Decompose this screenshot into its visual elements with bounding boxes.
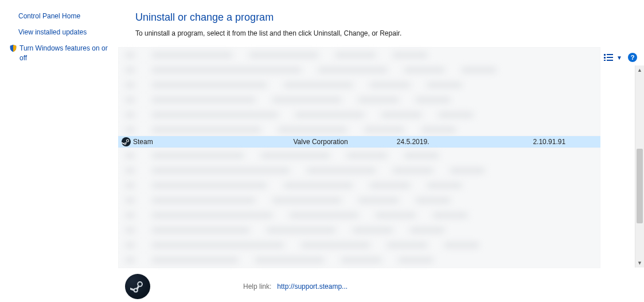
shield-icon bbox=[9, 44, 18, 53]
scroll-thumb[interactable] bbox=[637, 149, 643, 223]
svg-rect-4 bbox=[604, 60, 606, 61]
program-row-steam[interactable]: Steam Valve Corporation 24.5.2019. 2.10.… bbox=[118, 136, 600, 148]
scrollbar[interactable]: ▲ ▼ bbox=[635, 65, 644, 268]
svg-point-6 bbox=[122, 137, 131, 146]
program-name-cell: Steam bbox=[118, 137, 290, 146]
svg-rect-2 bbox=[604, 57, 606, 59]
svg-point-10 bbox=[124, 144, 126, 145]
sidebar-windows-features[interactable]: Turn Windows features on or off bbox=[8, 40, 111, 65]
program-publisher: Valve Corporation bbox=[290, 138, 393, 146]
help-link-value[interactable]: http://support.steamp... bbox=[277, 282, 348, 291]
program-list-area: ▼ ? bbox=[115, 47, 644, 268]
sidebar-control-panel-home[interactable]: Control Panel Home bbox=[8, 8, 111, 24]
svg-point-8 bbox=[127, 140, 128, 142]
svg-point-14 bbox=[135, 289, 137, 291]
page-heading: Uninstall or change a program bbox=[115, 9, 644, 27]
svg-rect-5 bbox=[607, 60, 613, 61]
main-area: Uninstall or change a program To uninsta… bbox=[115, 0, 644, 302]
scroll-down-icon[interactable]: ▼ bbox=[635, 258, 644, 268]
page-subheading: To uninstall a program, select it from t… bbox=[115, 27, 644, 37]
list-icon bbox=[604, 54, 613, 61]
scroll-up-icon[interactable]: ▲ bbox=[635, 65, 644, 75]
details-pane: Help link: http://support.steamp... bbox=[115, 271, 644, 302]
blurred-list-upper bbox=[118, 47, 600, 136]
list-controls: ▼ ? bbox=[604, 53, 637, 62]
svg-point-12 bbox=[138, 282, 142, 286]
program-version: 2.10.91.91 bbox=[529, 138, 600, 146]
svg-rect-1 bbox=[607, 54, 613, 55]
program-name: Steam bbox=[133, 138, 153, 146]
sidebar: Control Panel Home View installed update… bbox=[0, 0, 115, 302]
svg-rect-0 bbox=[604, 54, 606, 56]
sidebar-home-label: Control Panel Home bbox=[18, 11, 80, 21]
steam-icon bbox=[122, 137, 131, 146]
steam-large-icon bbox=[125, 274, 150, 299]
chevron-down-icon: ▼ bbox=[616, 55, 622, 61]
sidebar-updates-label: View installed updates bbox=[18, 28, 87, 37]
help-icon[interactable]: ? bbox=[628, 53, 637, 62]
program-installed-on: 24.5.2019. bbox=[393, 138, 481, 146]
blurred-list-lower bbox=[118, 148, 600, 268]
sidebar-view-updates[interactable]: View installed updates bbox=[8, 24, 111, 40]
svg-rect-3 bbox=[607, 57, 613, 58]
view-mode-button[interactable]: ▼ bbox=[604, 54, 622, 61]
sidebar-windows-features-label: Turn Windows features on or off bbox=[19, 44, 110, 62]
help-link-label: Help link: bbox=[243, 282, 271, 291]
